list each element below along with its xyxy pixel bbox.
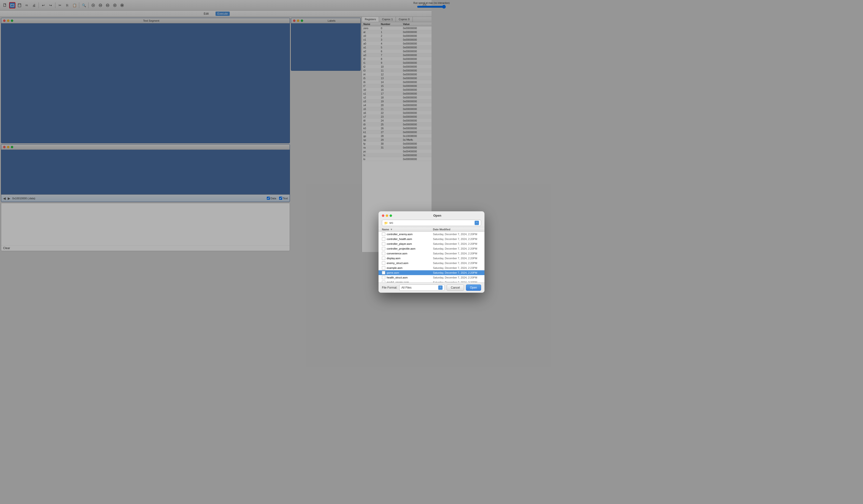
file-name: controller_projectile.asm bbox=[387, 247, 432, 250]
file-icon bbox=[382, 242, 385, 245]
col-name-header: Name ▼ bbox=[382, 228, 432, 231]
file-icon bbox=[382, 252, 385, 252]
sort-arrow: ▼ bbox=[390, 228, 393, 231]
name-col-label: Name bbox=[382, 228, 389, 231]
file-icon bbox=[382, 237, 385, 241]
folder-name: src bbox=[389, 221, 393, 225]
dialog-title: Open bbox=[393, 214, 432, 217]
dialog-nav: 📁 src ⌃ bbox=[378, 219, 432, 227]
file-list-item[interactable]: convenience.asm Saturday, December 7, 20… bbox=[378, 251, 432, 252]
file-list-item[interactable]: controller_health.asm Saturday, December… bbox=[378, 237, 432, 241]
dialog-minimize[interactable] bbox=[386, 214, 388, 217]
file-list-item[interactable]: controller_enemy.asm Saturday, December … bbox=[378, 232, 432, 237]
dialog-titlebar: Open bbox=[378, 211, 432, 219]
file-list-item[interactable]: controller_player.asm Saturday, December… bbox=[378, 241, 432, 246]
folder-selector[interactable]: 📁 src ⌃ bbox=[382, 220, 432, 226]
file-name: controller_enemy.asm bbox=[387, 233, 432, 236]
file-name: controller_health.asm bbox=[387, 238, 432, 240]
file-list[interactable]: controller_enemy.asm Saturday, December … bbox=[378, 232, 432, 252]
file-icon bbox=[382, 247, 385, 250]
open-file-dialog: Open 📁 src ⌃ Name ▼ Date Modified contro… bbox=[378, 211, 432, 252]
file-name: controller_player.asm bbox=[387, 242, 432, 245]
file-list-header: Name ▼ Date Modified bbox=[378, 227, 432, 232]
dialog-close[interactable] bbox=[382, 214, 384, 217]
dialog-maximize[interactable] bbox=[390, 214, 392, 217]
modal-overlay: Open 📁 src ⌃ Name ▼ Date Modified contro… bbox=[0, 0, 432, 252]
folder-icon: 📁 bbox=[384, 221, 388, 225]
file-list-item[interactable]: controller_projectile.asm Saturday, Dece… bbox=[378, 246, 432, 251]
file-icon bbox=[382, 232, 385, 236]
